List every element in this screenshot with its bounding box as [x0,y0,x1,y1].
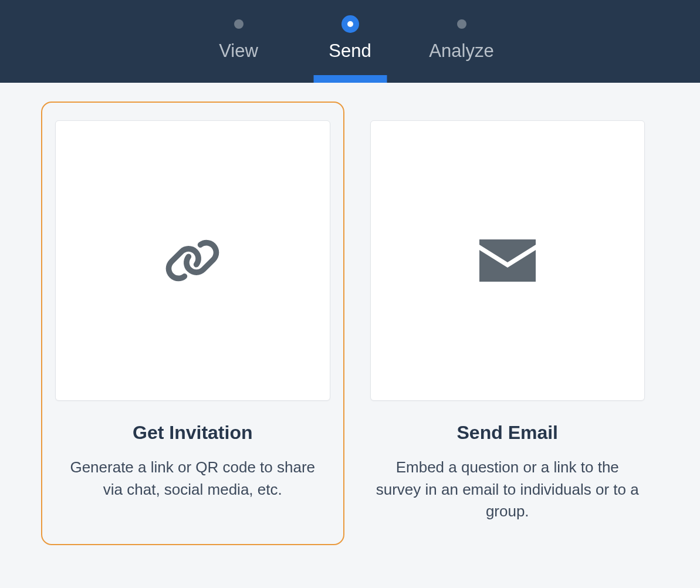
card-get-invitation[interactable]: Get Invitation Generate a link or QR cod… [41,102,344,545]
tab-send[interactable]: Send [295,0,406,83]
card-icon-box [55,120,330,401]
tab-dot-icon [234,19,244,29]
tab-label: View [219,40,258,62]
card-description: Generate a link or QR code to share via … [55,457,330,501]
header-nav: View Send Analyze [0,0,700,83]
card-title: Get Invitation [55,422,330,444]
tabs-container: View Send Analyze [183,0,518,83]
card-description: Embed a question or a link to the survey… [370,457,645,523]
card-send-email[interactable]: Send Email Embed a question or a link to… [356,102,660,545]
tab-analyze[interactable]: Analyze [406,0,518,83]
tab-dot-active-icon [341,15,359,33]
content-area: Get Invitation Generate a link or QR cod… [0,83,700,564]
tab-label: Send [329,40,371,62]
tab-view[interactable]: View [183,0,295,83]
tab-dot-icon [457,19,466,29]
card-icon-box [370,120,645,401]
link-icon [164,232,221,289]
tab-label: Analyze [429,40,493,62]
tab-underline [313,75,387,83]
envelope-icon [479,239,536,282]
card-title: Send Email [370,422,645,444]
